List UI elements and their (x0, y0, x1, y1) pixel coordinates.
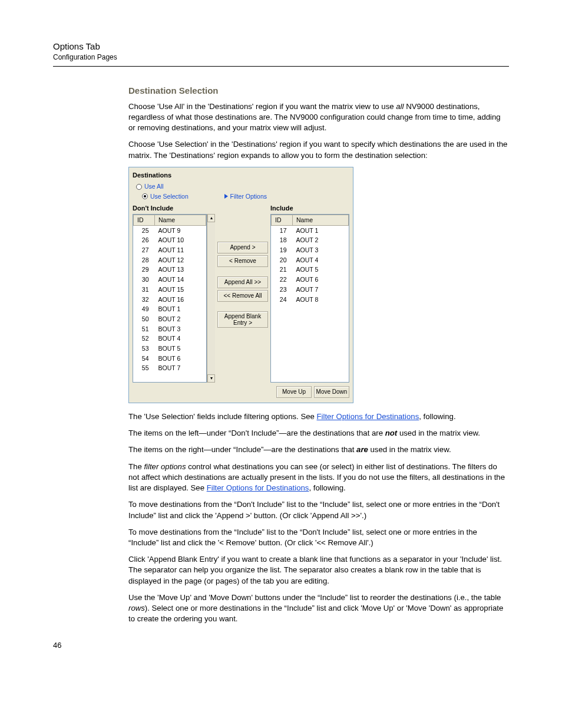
paragraph: To move destinations from the “Don't Inc… (128, 499, 509, 521)
table-row[interactable]: 21AOUT 5 (272, 265, 349, 275)
filter-options-toggle[interactable]: Filter Options (224, 192, 267, 201)
col-name[interactable]: Name (155, 215, 206, 226)
table-row[interactable]: 26AOUT 10 (134, 235, 206, 245)
table-row[interactable]: 49BOUT 1 (134, 304, 206, 314)
dont-include-list[interactable]: IDName 25AOUT 926AOUT 1027AOUT 1128AOUT … (133, 214, 207, 383)
append-blank-button[interactable]: Append Blank Entry > (217, 311, 268, 328)
page-number: 46 (53, 640, 509, 651)
transfer-buttons: Append > < Remove Append All >> << Remov… (215, 204, 270, 383)
header-title: Options Tab (53, 40, 509, 52)
table-row[interactable]: 53BOUT 5 (134, 344, 206, 354)
paragraph: The items on the left—under “Don't Inclu… (128, 428, 509, 439)
paragraph: Choose 'Use Selection' in the 'Destinati… (128, 139, 509, 160)
scroll-down-icon[interactable]: ▾ (207, 374, 215, 383)
include-label: Include (270, 204, 349, 213)
page-content: Destination Selection Choose 'Use All' i… (128, 84, 509, 625)
remove-button[interactable]: < Remove (217, 255, 268, 267)
panel-title: Destinations (133, 171, 349, 180)
table-row[interactable]: 32AOUT 16 (134, 295, 206, 305)
table-row[interactable]: 30AOUT 14 (134, 275, 206, 285)
table-row[interactable]: 18AOUT 2 (272, 235, 349, 245)
table-row[interactable]: 28AOUT 12 (134, 255, 206, 265)
paragraph: The filter options control what destinat… (128, 462, 509, 494)
paragraph: The 'Use Selection' fields include filte… (128, 411, 509, 422)
table-row[interactable]: 19AOUT 3 (272, 245, 349, 255)
col-id[interactable]: ID (134, 215, 155, 226)
table-row[interactable]: 27AOUT 11 (134, 245, 206, 255)
table-row[interactable]: 25AOUT 9 (134, 225, 206, 235)
append-all-button[interactable]: Append All >> (217, 276, 268, 288)
header-subtitle: Configuration Pages (53, 52, 509, 62)
dont-include-column: Don't Include IDName 25AOUT 926AOUT 1027… (133, 204, 215, 383)
paragraph: Use the 'Move Up' and 'Move Down' button… (128, 592, 509, 625)
col-id[interactable]: ID (272, 215, 293, 226)
table-row[interactable]: 54BOUT 6 (134, 354, 206, 364)
reorder-buttons: Move Up Move Down (133, 386, 349, 398)
remove-all-button[interactable]: << Remove All (217, 290, 268, 302)
table-row[interactable]: 55BOUT 7 (134, 363, 206, 373)
table-row[interactable]: 17AOUT 1 (272, 225, 349, 235)
expand-icon (224, 194, 228, 199)
destinations-panel: Destinations Use All Use Selection Filte… (128, 167, 353, 403)
include-list[interactable]: IDName 17AOUT 118AOUT 219AOUT 320AOUT 42… (270, 214, 349, 383)
dont-include-label: Don't Include (133, 204, 215, 213)
table-row[interactable]: 50BOUT 2 (134, 314, 206, 324)
append-button[interactable]: Append > (217, 242, 268, 253)
table-row[interactable]: 22AOUT 6 (272, 275, 349, 285)
table-row[interactable]: 29AOUT 13 (134, 265, 206, 275)
scrollbar[interactable]: ▴ ▾ (207, 214, 215, 383)
include-column: Include IDName 17AOUT 118AOUT 219AOUT 32… (270, 204, 349, 383)
table-row[interactable]: 52BOUT 4 (134, 334, 206, 344)
table-row[interactable]: 31AOUT 15 (134, 285, 206, 295)
col-name[interactable]: Name (293, 215, 349, 226)
paragraph: Click 'Append Blank Entry' if you want t… (128, 554, 509, 587)
scroll-up-icon[interactable]: ▴ (207, 214, 215, 222)
table-row[interactable]: 23AOUT 7 (272, 285, 349, 295)
table-row[interactable]: 20AOUT 4 (272, 255, 349, 265)
table-row[interactable]: 24AOUT 8 (272, 295, 349, 305)
radio-use-all[interactable]: Use All (136, 182, 349, 191)
move-down-button[interactable]: Move Down (314, 386, 349, 398)
paragraph: The items on the right—under “Include”—a… (128, 444, 509, 455)
paragraph: To move destinations from the “Include” … (128, 527, 509, 548)
page-header: Options Tab Configuration Pages (53, 40, 509, 67)
filter-options-link[interactable]: Filter Options for Destinations (317, 412, 419, 421)
section-heading: Destination Selection (128, 84, 509, 97)
radio-use-selection[interactable]: Use Selection (142, 192, 189, 201)
filter-options-link[interactable]: Filter Options for Destinations (207, 483, 309, 492)
table-row[interactable]: 51BOUT 3 (134, 324, 206, 334)
move-up-button[interactable]: Move Up (276, 386, 312, 398)
paragraph: Choose 'Use All' in the 'Destinations' r… (128, 101, 509, 134)
